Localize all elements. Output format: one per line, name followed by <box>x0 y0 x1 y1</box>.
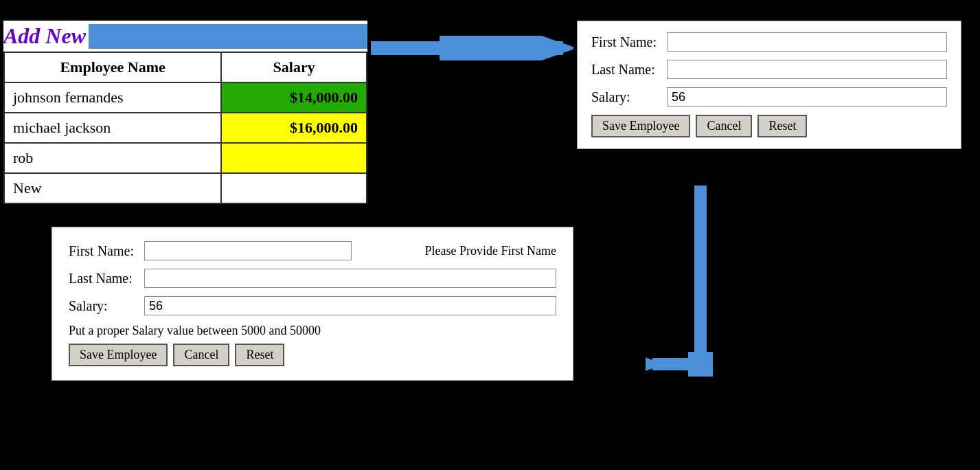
salary-input-bottom[interactable] <box>144 296 556 315</box>
form-panel-bottom: First Name: Please Provide First Name La… <box>52 227 573 381</box>
salary-row-bottom: Salary: <box>69 296 556 315</box>
table-header-row: Employee Name Salary <box>4 52 367 82</box>
save-employee-button-top[interactable]: Save Employee <box>591 115 690 137</box>
salary-validation-msg: Put a proper Salary value between 5000 a… <box>69 324 556 338</box>
add-new-bar: Add New <box>3 21 367 52</box>
col-header-salary: Salary <box>221 52 367 82</box>
salary-input[interactable] <box>667 87 947 107</box>
first-name-row-bottom: First Name: Please Provide First Name <box>69 241 556 260</box>
employee-name-cell: rob <box>4 143 221 173</box>
salary-cell: $14,000.00 <box>221 82 367 113</box>
reset-button-top[interactable]: Reset <box>757 115 807 137</box>
table-row[interactable]: rob <box>4 143 367 173</box>
table-row[interactable]: michael jackson $16,000.00 <box>4 113 367 143</box>
salary-cell <box>221 173 367 203</box>
add-new-label[interactable]: Add New <box>3 21 86 52</box>
cancel-button-top[interactable]: Cancel <box>696 115 752 137</box>
employee-table-area: Add New Employee Name Salary johnson fer… <box>3 21 367 204</box>
salary-label-bottom: Salary: <box>69 298 144 314</box>
last-name-row-bottom: Last Name: <box>69 269 556 288</box>
table-row[interactable]: johnson fernandes $14,000.00 <box>4 82 367 113</box>
employee-name-cell: michael jackson <box>4 113 221 143</box>
employee-name-cell: New <box>4 173 221 203</box>
employee-table: Employee Name Salary johnson fernandes $… <box>3 52 367 204</box>
salary-row: Salary: <box>591 87 947 107</box>
cancel-button-bottom[interactable]: Cancel <box>173 344 229 366</box>
last-name-input[interactable] <box>667 60 947 79</box>
salary-cell <box>221 143 367 173</box>
first-name-validation-msg: Please Provide First Name <box>352 244 556 258</box>
col-header-name: Employee Name <box>4 52 221 82</box>
last-name-label-bottom: Last Name: <box>69 271 144 287</box>
blue-bar <box>89 24 367 49</box>
last-name-input-bottom[interactable] <box>144 269 556 288</box>
svg-rect-5 <box>688 352 713 377</box>
last-name-row: Last Name: <box>591 60 947 79</box>
first-name-label-bottom: First Name: <box>69 243 144 259</box>
first-name-label: First Name: <box>591 34 667 50</box>
employee-name-cell: johnson fernandes <box>4 82 221 113</box>
form-panel-top: First Name: Last Name: Salary: Save Empl… <box>577 21 961 149</box>
salary-label: Salary: <box>591 89 667 105</box>
first-name-row: First Name: <box>591 32 947 52</box>
first-name-input[interactable] <box>667 32 947 52</box>
reset-button-bottom[interactable]: Reset <box>235 344 284 366</box>
form-buttons-bottom: Save Employee Cancel Reset <box>69 344 556 366</box>
form-buttons-top: Save Employee Cancel Reset <box>591 115 947 137</box>
last-name-label: Last Name: <box>591 62 667 78</box>
arrow-side <box>646 186 755 399</box>
save-employee-button-bottom[interactable]: Save Employee <box>69 344 168 366</box>
first-name-input-bottom[interactable] <box>144 241 352 260</box>
table-row[interactable]: New <box>4 173 367 203</box>
arrow-top <box>371 36 573 60</box>
salary-cell: $16,000.00 <box>221 113 367 143</box>
